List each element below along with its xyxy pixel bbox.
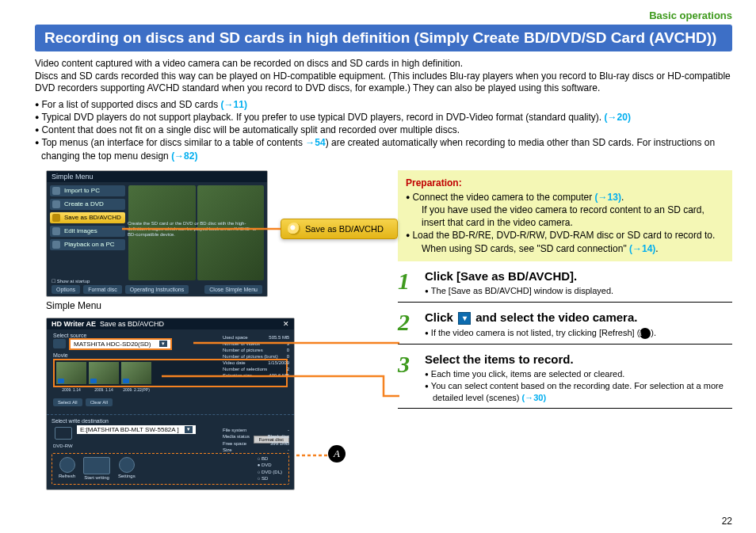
chevron-down-icon[interactable]: ▾ [185,426,193,433]
step-1-number: 1 [398,269,418,297]
close-icon[interactable]: ✕ [283,320,289,328]
sm-item-save-bd-avchd[interactable]: Save as BD/AVCHD [50,212,125,223]
settings-button[interactable]: Settings [118,457,136,480]
preparation-heading: Preparation: [406,177,724,189]
step-3-number: 3 [398,352,418,404]
dropdown-icon: ▾ [458,312,471,325]
simple-menu-screenshot: Simple Menu Import to PC Create a DVD Sa… [46,170,268,297]
disc-icon [288,223,300,235]
intro-text: Video content captured with a video came… [35,58,732,162]
callout-marker-a: A [328,445,346,463]
select-all-button[interactable]: Select All [53,398,82,406]
sm-window-title: Simple Menu [47,171,267,182]
sm-options-button[interactable]: Options [52,285,80,294]
thumb-1[interactable]: 2009. 1.14 [56,362,86,384]
step-1-title: Click [Save as BD/AVCHD]. [425,269,732,283]
simple-menu-caption: Simple Menu [46,300,384,311]
intro-bullet-4: Top menus (an interface for discs simila… [35,136,732,162]
refresh-button[interactable]: Refresh [59,457,75,480]
intro-p2: Discs and SD cards recorded this way can… [35,70,732,95]
source-dropdown[interactable]: MATSHITA HDC-SD20(SD)▾ [69,338,172,350]
step-2-number: 2 [398,310,418,339]
sm-show-startup-checkbox[interactable]: ☐ Show at startup [52,278,90,284]
step-3-bullet-1: Each time you click, items are selected … [425,368,732,380]
step-1: 1 Click [Save as BD/AVCHD]. The [Save as… [398,269,732,303]
clear-all-button[interactable]: Clear All [86,398,113,406]
sm-item-import[interactable]: Import to PC [50,185,125,196]
select-destination-label: Select write destination [52,418,289,424]
sm-close-button[interactable]: Close Simple Menu [204,285,262,294]
link-11[interactable]: (→11) [221,99,247,110]
intro-p1: Video content captured with a video came… [35,58,732,70]
bottom-toolbar: Refresh Start writing Settings ○ BD ● DV… [52,453,289,485]
intro-bullet-2: Typical DVD players do not support playb… [35,111,732,124]
prep-item-1: Connect the video camera to the computer… [406,191,724,230]
step-2: 2 Click ▾ and select the video camera. I… [398,310,732,345]
step-1-bullet: The [Save as BD/AVCHD] window is display… [425,285,732,297]
step-3-title: Select the items to record. [425,352,732,366]
link-14[interactable]: (→14) [629,243,655,254]
intro-bullet-1: For a list of supported discs and SD car… [35,98,732,111]
page-number: 22 [722,516,732,527]
camera-icon [53,339,66,348]
drive-label: DVD-RW [53,444,73,448]
step-3: 3 Select the items to record. Each time … [398,352,732,409]
source-info-panel: Used space505.5 MB Number of videos3 Num… [223,334,289,379]
sm-operating-instructions-button[interactable]: Operating Instructions [125,285,189,294]
destination-dropdown[interactable]: E:[MATSHITA BD-MLT SW-5582A ]▾ [77,425,196,434]
inline-marker-a-icon: A [640,328,651,339]
step-2-title: Click ▾ and select the video camera. [425,310,732,325]
sm-format-disc-button[interactable]: Format disc [83,285,122,294]
intro-bullet-3: Content that does not fit on a single di… [35,124,732,136]
link-54[interactable]: →54 [305,137,325,148]
link-82[interactable]: (→82) [171,150,197,162]
start-writing-button[interactable]: Start writing [83,457,110,480]
link-30[interactable]: (→30) [522,393,547,402]
preparation-box: Preparation: Connect the video camera to… [398,170,732,261]
sm-item-playback-pc[interactable]: Playback on a PC [50,239,125,250]
callout-save-as-bd-avchd: Save as BD/AVCHD [281,219,398,239]
sm-item-create-dvd[interactable]: Create a DVD [50,199,125,210]
save-as-bd-avchd-screenshot: HD Writer AE Save as BD/AVCHD ✕ Select s… [46,318,295,490]
section-header: Basic operations [35,10,732,21]
link-13[interactable]: (→13) [595,192,621,203]
sm-description: Create the SD card or the DVD or BD disc… [128,221,262,238]
step-3-bullet-2: You can select content based on the reco… [425,380,732,404]
page-title: Recording on discs and SD cards in high … [35,25,732,51]
thumb-2[interactable]: 2009. 1.14 [89,362,119,384]
drive-icon [55,427,72,440]
link-20[interactable]: (→20) [605,112,631,123]
media-type-radios[interactable]: ○ BD ● DVD ○ DVD (DL) ○ SD [258,455,282,482]
sm-item-edit-images[interactable]: Edit images [50,226,125,237]
prep-item-2: Load the BD-R/RE, DVD-R/RW, DVD-RAM disc… [406,229,724,254]
chevron-down-icon[interactable]: ▾ [159,341,167,347]
thumb-3[interactable]: 2009. 2.22(PP) [121,362,151,384]
step-2-bullet: If the video camera is not listed, try c… [425,327,732,339]
destination-info-panel: File system- Media statusBlank disc Free… [223,427,289,452]
